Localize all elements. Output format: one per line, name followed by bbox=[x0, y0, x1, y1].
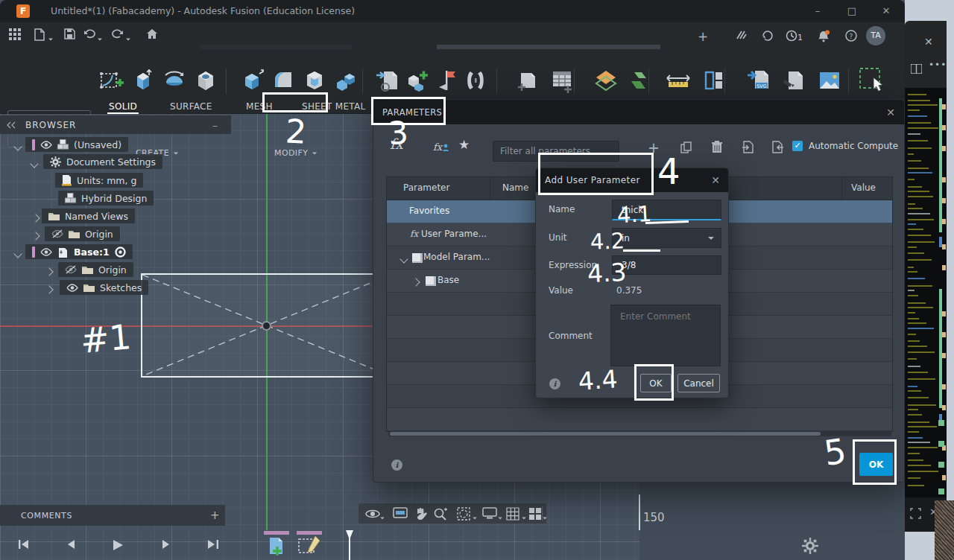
skip-start-icon[interactable] bbox=[18, 539, 30, 550]
column-value[interactable]: Value bbox=[851, 182, 876, 193]
play-icon[interactable] bbox=[112, 539, 124, 551]
copy-icon[interactable] bbox=[680, 141, 692, 153]
browser-item[interactable]: Base:1 bbox=[25, 244, 133, 259]
browser-item[interactable]: Origin bbox=[58, 262, 133, 277]
step-back-icon[interactable] bbox=[66, 539, 76, 550]
zoom-icon[interactable] bbox=[433, 507, 448, 521]
joint-icon[interactable] bbox=[461, 66, 490, 95]
extrude-icon[interactable] bbox=[128, 66, 158, 95]
fit-icon[interactable] bbox=[457, 507, 470, 521]
chevron-down-icon[interactable] bbox=[31, 159, 37, 169]
automatic-compute-toggle[interactable]: ✓ Automatic Compute bbox=[792, 141, 898, 151]
browser-item[interactable]: Hybrid Design bbox=[58, 191, 154, 206]
column-name[interactable]: Name bbox=[502, 182, 528, 193]
home-icon[interactable] bbox=[146, 28, 158, 39]
browser-item[interactable]: Named Views bbox=[42, 209, 135, 223]
checkbox-checked-icon[interactable]: ✓ bbox=[792, 141, 803, 151]
chevron-down-icon[interactable] bbox=[15, 141, 21, 152]
construct-plane-icon[interactable] bbox=[591, 66, 621, 95]
chevron-down-icon[interactable] bbox=[97, 33, 103, 43]
horizontal-scrollbar[interactable] bbox=[388, 431, 891, 436]
app-grid-icon[interactable] bbox=[9, 28, 21, 40]
chevron-right-icon[interactable] bbox=[413, 277, 419, 287]
comments-panel[interactable]: COMMENTS + bbox=[0, 505, 225, 526]
chevron-down-icon[interactable] bbox=[472, 512, 478, 522]
close-icon[interactable]: ✕ bbox=[711, 174, 720, 186]
new-component-icon[interactable] bbox=[402, 66, 432, 95]
insert-canvas-icon[interactable] bbox=[815, 66, 844, 95]
display-settings-icon[interactable] bbox=[482, 507, 497, 519]
undo-icon[interactable] bbox=[83, 28, 95, 39]
column-parameter[interactable]: Parameter bbox=[403, 182, 449, 193]
timeline-settings-gear[interactable] bbox=[802, 538, 818, 554]
fillet-icon[interactable] bbox=[268, 66, 298, 95]
insert-flag-icon[interactable] bbox=[432, 66, 462, 95]
browser-item[interactable]: Units: mm, g bbox=[55, 173, 143, 188]
browser-item[interactable]: Sketches bbox=[60, 280, 148, 295]
look-at-icon[interactable] bbox=[393, 507, 408, 519]
shell-icon[interactable] bbox=[300, 66, 329, 95]
export-icon[interactable] bbox=[742, 141, 754, 153]
eye-icon[interactable] bbox=[66, 284, 78, 292]
info-icon[interactable]: i bbox=[391, 459, 402, 471]
bell-icon[interactable] bbox=[817, 30, 830, 42]
code-minimap[interactable] bbox=[905, 88, 947, 497]
tab-surface[interactable]: SURFACE bbox=[170, 101, 212, 112]
browser-panel-header[interactable]: BROWSER – bbox=[0, 115, 231, 134]
chevron-down-icon[interactable] bbox=[521, 512, 527, 522]
delete-icon[interactable] bbox=[712, 141, 722, 153]
parameters-dialog-header[interactable]: PARAMETERS ✕ bbox=[373, 100, 904, 124]
create-sketch-icon[interactable] bbox=[97, 66, 127, 95]
chevron-down-icon[interactable] bbox=[15, 249, 21, 259]
chevron-down-icon[interactable] bbox=[401, 254, 407, 264]
eye-off-icon[interactable] bbox=[65, 265, 77, 274]
combine-icon[interactable] bbox=[331, 66, 361, 95]
expression-input[interactable] bbox=[612, 255, 721, 275]
add-dialog-cancel-button[interactable]: Cancel bbox=[677, 374, 720, 392]
revolve-icon[interactable] bbox=[159, 66, 189, 95]
more-options-icon[interactable]: ••• bbox=[929, 60, 947, 70]
save-icon[interactable] bbox=[64, 28, 75, 39]
hole-icon[interactable] bbox=[191, 66, 221, 95]
chevron-down-icon[interactable] bbox=[48, 33, 54, 43]
unit-select[interactable]: in bbox=[612, 228, 721, 248]
timeline-playhead[interactable] bbox=[344, 530, 355, 560]
browser-item[interactable]: Origin bbox=[45, 226, 120, 241]
sketch-origin-point[interactable] bbox=[262, 321, 271, 331]
help-icon[interactable]: ? bbox=[845, 30, 857, 42]
press-pull-icon[interactable] bbox=[237, 66, 267, 95]
configuration-table-icon[interactable] bbox=[547, 66, 577, 95]
job-status-icon[interactable] bbox=[735, 30, 747, 40]
insert-svg-icon[interactable]: SVG bbox=[744, 66, 774, 95]
file-new-icon[interactable] bbox=[34, 28, 45, 41]
tab-solid[interactable]: SOLID bbox=[109, 101, 137, 112]
import-icon[interactable] bbox=[771, 141, 784, 153]
fullscreen-icon[interactable] bbox=[910, 508, 921, 519]
eye-off-icon[interactable] bbox=[51, 229, 63, 238]
new-tab-icon[interactable]: + bbox=[698, 29, 708, 44]
timeline-sketch-feature[interactable] bbox=[295, 531, 325, 559]
split-view-icon[interactable] bbox=[911, 64, 922, 74]
close-icon[interactable]: ✕ bbox=[875, 3, 897, 19]
fx-favorites-icon[interactable]: fx bbox=[433, 141, 449, 153]
eye-icon[interactable] bbox=[40, 248, 52, 256]
step-forward-icon[interactable] bbox=[161, 539, 171, 550]
info-icon[interactable]: i bbox=[549, 378, 560, 389]
close-icon[interactable]: ✕ bbox=[886, 106, 895, 118]
collapse-panel-icon[interactable] bbox=[6, 121, 16, 129]
scrollbar-thumb[interactable] bbox=[390, 432, 821, 436]
avatar[interactable]: TA bbox=[866, 26, 885, 45]
minimize-icon[interactable]: – bbox=[806, 3, 829, 19]
maximize-icon[interactable]: □ bbox=[841, 3, 863, 19]
chevron-right-icon[interactable] bbox=[33, 213, 39, 223]
close-icon[interactable]: ✕ bbox=[924, 36, 933, 48]
redo-icon[interactable] bbox=[112, 28, 124, 39]
pan-icon[interactable] bbox=[414, 507, 427, 521]
chevron-right-icon[interactable] bbox=[33, 231, 39, 241]
extensions-icon[interactable] bbox=[762, 30, 774, 42]
minimize-panel-icon[interactable]: – bbox=[212, 119, 218, 131]
configure-icon[interactable] bbox=[513, 66, 543, 95]
offset-plane-icon[interactable] bbox=[625, 66, 654, 95]
chevron-down-icon[interactable] bbox=[497, 512, 503, 522]
star-icon[interactable]: ★ bbox=[458, 137, 470, 152]
